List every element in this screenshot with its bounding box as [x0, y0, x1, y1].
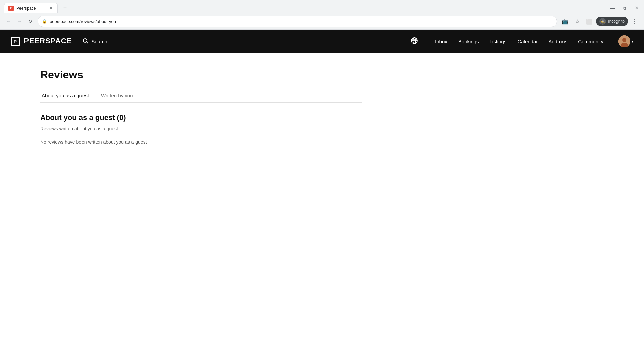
svg-line-1	[87, 42, 88, 43]
svg-point-8	[622, 38, 626, 42]
page-title: Reviews	[40, 69, 362, 81]
incognito-badge[interactable]: 🕵 Incognito	[596, 17, 628, 26]
secure-lock-icon: 🔒	[42, 19, 47, 24]
forward-button[interactable]: →	[15, 17, 24, 26]
browser-address-bar: ← → ↻ 🔒 peerspace.com/reviews/about-you …	[0, 13, 644, 29]
back-button[interactable]: ←	[4, 17, 13, 26]
maximize-button[interactable]: ⧉	[621, 5, 628, 11]
app-header: P PEERSPACE Search Inbox Bookings Listin…	[0, 30, 644, 53]
incognito-label: Incognito	[608, 19, 625, 24]
user-menu-button[interactable]: ▾	[618, 35, 633, 47]
chevron-down-icon: ▾	[632, 40, 633, 43]
nav-buttons: ← → ↻	[4, 17, 35, 26]
tab-written-by-you[interactable]: Written by you	[100, 89, 135, 102]
tab-about-you-as-guest[interactable]: About you as a guest	[40, 89, 90, 102]
window-controls: — ⧉ ✕	[609, 5, 640, 11]
nav-inbox[interactable]: Inbox	[431, 36, 451, 47]
address-bar[interactable]: 🔒 peerspace.com/reviews/about-you	[38, 16, 557, 27]
incognito-icon: 🕵	[599, 18, 606, 25]
search-icon	[83, 38, 89, 45]
language-button[interactable]	[408, 35, 420, 47]
search-label: Search	[91, 39, 107, 44]
nav-community[interactable]: Community	[574, 36, 607, 47]
section-title: About you as a guest (0)	[40, 113, 362, 122]
url-display: peerspace.com/reviews/about-you	[50, 19, 553, 24]
cast-button[interactable]: 📺	[560, 16, 571, 27]
logo-icon: P	[11, 37, 20, 46]
reload-button[interactable]: ↻	[25, 17, 35, 26]
new-tab-button[interactable]: +	[60, 3, 70, 13]
nav-addons[interactable]: Add-ons	[544, 36, 571, 47]
browser-actions: 📺 ☆ ⬜ 🕵 Incognito ⋮	[560, 16, 640, 27]
profile-button[interactable]: ⬜	[584, 16, 595, 27]
main-nav: Inbox Bookings Listings Calendar Add-ons…	[431, 36, 607, 47]
tab-title: Peerspace	[16, 6, 45, 11]
globe-icon	[411, 37, 418, 46]
browser-tab[interactable]: P Peerspace ✕	[4, 3, 58, 13]
user-avatar	[618, 35, 630, 47]
browser-chrome: P Peerspace ✕ + — ⧉ ✕ ← → ↻ 🔒 peerspace.…	[0, 0, 644, 30]
logo-text: PEERSPACE	[24, 37, 72, 45]
tab-favicon: P	[8, 6, 14, 11]
tab-close-button[interactable]: ✕	[48, 6, 53, 11]
nav-bookings[interactable]: Bookings	[454, 36, 483, 47]
close-window-button[interactable]: ✕	[633, 5, 640, 11]
search-button[interactable]: Search	[83, 38, 107, 45]
main-content: Reviews About you as a guest Written by …	[0, 53, 402, 161]
section-description: Reviews written about you as a guest	[40, 126, 362, 131]
browser-title-bar: P Peerspace ✕ + — ⧉ ✕	[0, 0, 644, 13]
tabs-container: About you as a guest Written by you	[40, 89, 362, 103]
menu-button[interactable]: ⋮	[629, 16, 640, 27]
minimize-button[interactable]: —	[609, 5, 616, 11]
nav-listings[interactable]: Listings	[486, 36, 511, 47]
bookmark-button[interactable]: ☆	[572, 16, 583, 27]
logo[interactable]: P PEERSPACE	[11, 37, 72, 46]
empty-reviews-message: No reviews have been written about you a…	[40, 139, 362, 145]
nav-calendar[interactable]: Calendar	[513, 36, 542, 47]
